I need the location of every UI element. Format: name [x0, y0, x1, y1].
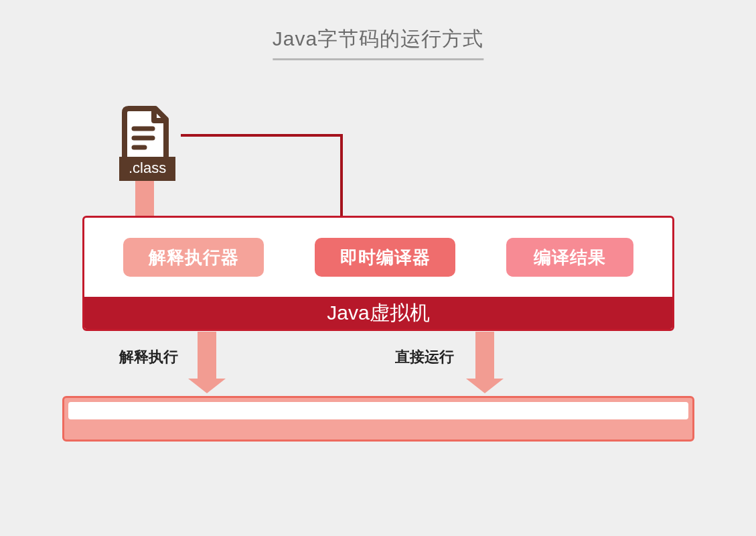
label-interpret-exec: 解释执行 [119, 347, 178, 367]
arrow-interpret-down [198, 332, 216, 380]
arrow-to-interpreter [135, 181, 154, 221]
class-file-label: .class [119, 157, 175, 181]
jit-compiler-box: 即时编译器 [315, 238, 455, 277]
jvm-title: Java虚拟机 [84, 297, 672, 329]
jvm-container: 解释执行器 即时编译器 编译结果 Java虚拟机 [82, 216, 674, 331]
label-direct-run: 直接运行 [395, 347, 454, 367]
arrow-direct-down [475, 332, 494, 380]
execution-target-bar [62, 396, 694, 442]
execution-target-inner [68, 402, 688, 419]
compiled-result-box: 编译结果 [506, 238, 633, 277]
interpreter-box: 解释执行器 [123, 238, 264, 277]
diagram-title: Java字节码的运行方式 [273, 25, 483, 60]
arrow-to-jit-h [181, 134, 342, 137]
arrow-to-jit-v [340, 134, 343, 224]
